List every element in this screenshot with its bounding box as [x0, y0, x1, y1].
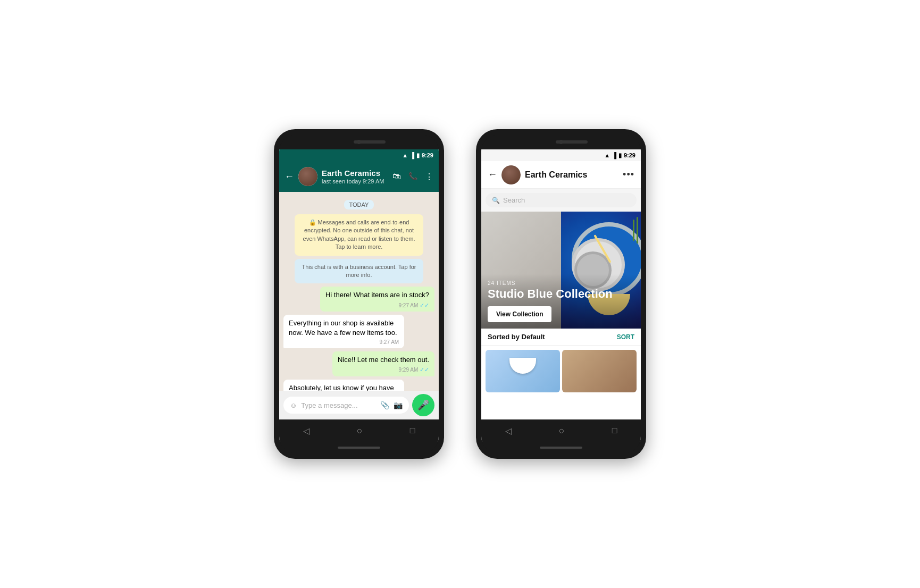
- mic-icon: 🎤: [417, 399, 429, 411]
- msg-time-2: 9:27 AM: [289, 339, 399, 346]
- right-navigation-bar: ◁ ○ □: [481, 419, 641, 442]
- message-input-area[interactable]: ☺ Type a message... 📎 📷: [283, 397, 409, 414]
- right-wifi-icon: ▲: [604, 152, 610, 158]
- sent-message-2: Nice!! Let me check them out. 9:29 AM ✓✓: [332, 351, 434, 376]
- right-nav-back-button[interactable]: ◁: [505, 426, 512, 436]
- encryption-notice[interactable]: 🔒 Messages and calls are end-to-end encr…: [295, 214, 423, 256]
- business-notice[interactable]: This chat is with a business account. Ta…: [295, 259, 423, 284]
- battery-icon: ▮: [416, 152, 420, 159]
- banner-text: 24 ITEMS Studio Blue Collection View Col…: [481, 274, 641, 329]
- navigation-bar: ◁ ○ □: [279, 419, 439, 442]
- products-grid: [481, 346, 641, 397]
- received-message-2: Absolutely, let us know if you have any …: [283, 380, 404, 391]
- last-seen: last seen today 9:29 AM: [322, 178, 388, 184]
- phone-speaker: [354, 140, 386, 144]
- date-label: TODAY: [283, 199, 434, 209]
- camera-icon[interactable]: 📷: [394, 401, 403, 409]
- catalog-back-button[interactable]: ←: [488, 169, 497, 180]
- sort-button[interactable]: SORT: [617, 333, 634, 341]
- catalog-avatar-image: [501, 165, 521, 184]
- collection-title: Studio Blue Collection: [488, 287, 634, 301]
- right-battery-icon: ▮: [618, 152, 622, 159]
- sent-message-1: Hi there! What items are in stock? 9:27 …: [320, 287, 434, 312]
- right-phone-top: [481, 135, 641, 149]
- right-screen: ▲ ▐ ▮ 9:29 ← Earth Ceramics •••: [481, 149, 641, 442]
- right-nav-home-button[interactable]: ○: [559, 425, 565, 436]
- right-time-display: 9:29: [624, 152, 635, 158]
- status-bar: ▲ ▐ ▮ 9:29: [279, 149, 439, 161]
- chat-header: ← Earth Ceramics last seen today 9:29 AM…: [279, 161, 439, 192]
- call-icon[interactable]: 📞: [408, 172, 417, 182]
- shop-icon[interactable]: 🛍: [392, 172, 401, 182]
- chat-area: TODAY 🔒 Messages and calls are end-to-en…: [279, 192, 439, 391]
- right-signal-icon: ▐: [612, 152, 616, 158]
- right-bottom-indicator: [540, 447, 582, 449]
- product-image-1: [509, 358, 536, 374]
- catalog-header: ← Earth Ceramics •••: [481, 161, 641, 189]
- read-check-2: ✓✓: [420, 366, 429, 373]
- signal-icon: ▐: [410, 152, 414, 158]
- message-placeholder: Type a message...: [301, 401, 376, 409]
- left-screen: ▲ ▐ ▮ 9:29 ← Earth Ceramics last seen to…: [279, 149, 439, 442]
- avatar: [298, 167, 317, 186]
- search-bar[interactable]: 🔍 Search: [486, 193, 637, 207]
- sort-bar: Sorted by Default SORT: [481, 329, 641, 346]
- items-count: 24 ITEMS: [488, 280, 634, 286]
- right-phone-bottom: [481, 442, 641, 453]
- attach-icon[interactable]: 📎: [380, 401, 389, 409]
- search-placeholder: Search: [503, 196, 525, 204]
- mic-button[interactable]: 🎤: [412, 394, 434, 416]
- catalog-more-button[interactable]: •••: [623, 169, 634, 180]
- catalog-contact-name: Earth Ceramics: [525, 170, 618, 180]
- msg-time-3: 9:29 AM ✓✓: [338, 366, 429, 374]
- nav-recent-button[interactable]: □: [410, 426, 415, 435]
- back-button[interactable]: ←: [285, 171, 294, 182]
- content-spacer: [481, 397, 641, 419]
- view-collection-button[interactable]: View Collection: [488, 306, 551, 322]
- search-icon: 🔍: [492, 197, 500, 204]
- product-tile-2[interactable]: [562, 350, 637, 392]
- left-phone: ▲ ▐ ▮ 9:29 ← Earth Ceramics last seen to…: [274, 129, 444, 459]
- product-tile-1[interactable]: [486, 350, 560, 392]
- read-check: ✓✓: [420, 302, 429, 308]
- catalog-banner: 24 ITEMS Studio Blue Collection View Col…: [481, 212, 641, 329]
- right-nav-recent-button[interactable]: □: [612, 426, 617, 435]
- contact-name: Earth Ceramics: [322, 169, 388, 178]
- catalog-avatar: [501, 165, 521, 184]
- avatar-image: [298, 167, 317, 186]
- phone-bottom: [279, 442, 439, 453]
- received-message-1: Everything in our shop is available now.…: [283, 315, 404, 348]
- header-icons: 🛍 📞 ⋮: [392, 172, 433, 182]
- phone-top-bar: [279, 135, 439, 149]
- header-info: Earth Ceramics last seen today 9:29 AM: [322, 169, 388, 184]
- right-phone: ▲ ▐ ▮ 9:29 ← Earth Ceramics •••: [476, 129, 646, 459]
- input-bar: ☺ Type a message... 📎 📷 🎤: [279, 391, 439, 419]
- catalog-status-bar: ▲ ▐ ▮ 9:29: [481, 149, 641, 161]
- bottom-indicator: [338, 447, 380, 449]
- nav-back-button[interactable]: ◁: [303, 426, 310, 436]
- sort-label: Sorted by Default: [488, 333, 545, 341]
- nav-home-button[interactable]: ○: [357, 425, 363, 436]
- emoji-icon[interactable]: ☺: [290, 401, 297, 409]
- more-icon[interactable]: ⋮: [425, 172, 433, 182]
- msg-time-1: 9:27 AM ✓✓: [325, 301, 429, 309]
- wifi-icon: ▲: [402, 152, 408, 158]
- right-phone-speaker: [556, 140, 588, 144]
- time-display: 9:29: [422, 152, 433, 158]
- plant-decoration-1: [637, 217, 638, 243]
- plant-decoration-2: [633, 220, 634, 241]
